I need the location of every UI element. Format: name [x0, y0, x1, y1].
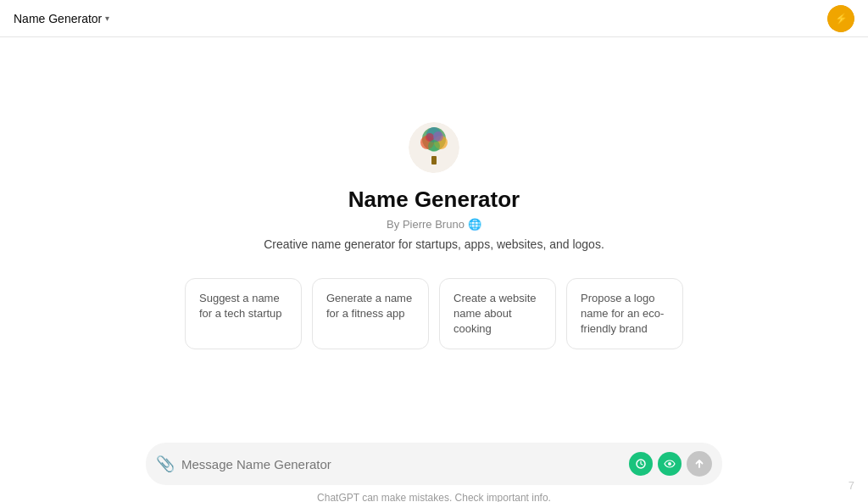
svg-point-10 [428, 140, 440, 152]
app-description: Creative name generator for startups, ap… [264, 237, 604, 251]
app-title: Name Generator [348, 187, 520, 213]
suggestion-card-2[interactable]: Create a website name about cooking [439, 278, 556, 350]
input-container: 📎 [146, 443, 722, 485]
page-number: 7 [849, 479, 854, 492]
app-title-dropdown[interactable]: Name Generator ▾ [14, 12, 109, 25]
suggestion-text-1: Generate a name for a fitness app [326, 291, 415, 321]
user-avatar[interactable]: ⚡ [827, 5, 854, 32]
suggestion-card-3[interactable]: Propose a logo name for an eco-friendly … [566, 278, 683, 350]
svg-rect-3 [431, 156, 437, 165]
app-author: By Pierre Bruno 🌐 [387, 218, 481, 231]
message-input[interactable] [181, 457, 622, 471]
vision-button[interactable] [658, 452, 682, 476]
suggestion-text-2: Create a website name about cooking [453, 291, 542, 337]
attach-icon[interactable]: 📎 [156, 455, 175, 473]
send-button[interactable] [687, 451, 712, 477]
globe-icon[interactable]: 🌐 [468, 218, 481, 231]
tools-button[interactable] [629, 452, 653, 476]
suggestion-card-1[interactable]: Generate a name for a fitness app [312, 278, 429, 350]
main-content: Name Generator By Pierre Bruno 🌐 Creativ… [0, 37, 868, 434]
header: Name Generator ▾ ⚡ [0, 0, 868, 37]
header-title: Name Generator [14, 12, 102, 25]
app-logo [409, 122, 459, 173]
svg-point-12 [668, 462, 671, 466]
suggestion-text-0: Suggest a name for a tech startup [199, 291, 287, 321]
suggestion-card-0[interactable]: Suggest a name for a tech startup [185, 278, 302, 350]
svg-text:⚡: ⚡ [835, 12, 848, 25]
avatar-image: ⚡ [827, 5, 854, 32]
footer-note: ChatGPT can make mistakes. Check importa… [317, 492, 551, 502]
important-info-link[interactable]: important info [487, 492, 548, 502]
bottom-area: 📎 ChatGPT can make mist [0, 434, 868, 502]
suggestion-text-3: Propose a logo name for an eco-friendly … [581, 291, 669, 337]
author-label: By Pierre Bruno [387, 218, 465, 231]
suggestion-cards: Suggest a name for a tech startup Genera… [185, 278, 683, 350]
input-actions [629, 451, 712, 477]
chevron-down-icon: ▾ [105, 14, 109, 23]
